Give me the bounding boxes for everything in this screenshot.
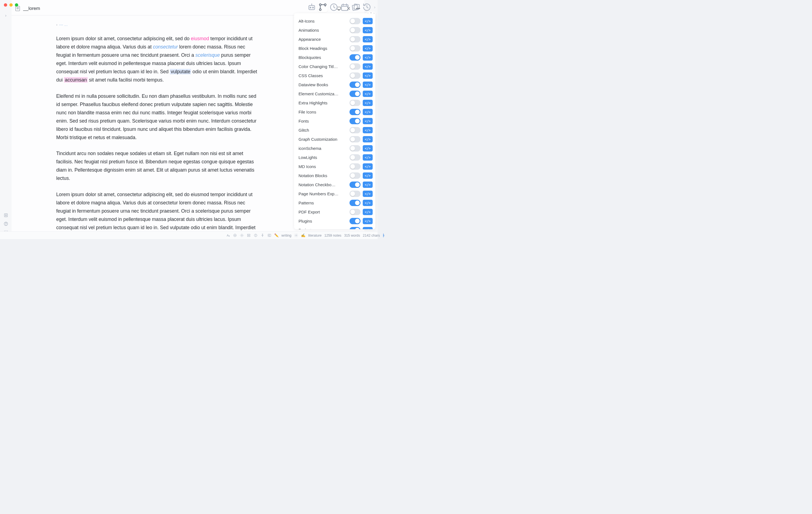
help-icon[interactable] — [4, 221, 8, 226]
snippet-code-button[interactable]: </> — [363, 54, 373, 61]
document-body[interactable]: Lorem ipsum dolor sit amet, consectetur … — [56, 34, 260, 239]
snippet-row: Graph Customization</> — [298, 135, 373, 144]
left-dock: › — [0, 0, 11, 239]
snippet-code-button[interactable]: </> — [363, 27, 373, 33]
status-stack-icon[interactable] — [247, 233, 251, 237]
snippet-code-button[interactable]: </> — [363, 163, 373, 170]
status-gear-icon[interactable] — [294, 233, 298, 237]
status-pause-icon[interactable] — [383, 233, 384, 237]
status-mode[interactable]: writing — [282, 234, 291, 237]
snippet-row: Extra Highlights</> — [298, 98, 373, 108]
tab-calendar-icon[interactable] — [340, 2, 350, 12]
status-layout-icon[interactable] — [267, 233, 271, 237]
tab-title[interactable]: __lorem — [23, 6, 40, 11]
snippet-label: Notation Blocks — [298, 173, 347, 178]
snippet-code-button[interactable]: </> — [363, 36, 373, 42]
snippet-code-button[interactable]: </> — [363, 45, 373, 52]
snippet-code-button[interactable]: </> — [363, 227, 373, 229]
snippet-toggle[interactable] — [349, 191, 360, 197]
snippet-code-button[interactable]: </> — [363, 154, 373, 160]
snippet-label: Fonts — [298, 119, 347, 123]
snippet-toggle[interactable] — [349, 154, 360, 160]
snippet-code-button[interactable]: </> — [363, 173, 373, 179]
snippet-code-button[interactable]: </> — [363, 63, 373, 70]
tab-git-branch-icon[interactable] — [318, 2, 328, 12]
snippet-label: Block Headings — [298, 46, 347, 51]
status-pencil-icon: ✏️ — [274, 233, 279, 237]
snippet-toggle[interactable] — [349, 173, 360, 179]
status-sun-icon[interactable] — [240, 233, 244, 237]
status-theme[interactable]: literature — [308, 234, 322, 237]
svg-point-13 — [310, 7, 311, 8]
paragraph[interactable]: Eleifend mi in nulla posuere sollicitudi… — [56, 92, 260, 142]
maximize-window-button[interactable] — [15, 3, 18, 7]
italic-link[interactable]: consectetur — [153, 44, 178, 50]
snippet-label: Plugins — [298, 219, 347, 223]
paragraph[interactable]: Lorem ipsum dolor sit amet, consectetur … — [56, 34, 260, 84]
vault-icon[interactable] — [4, 213, 8, 218]
snippet-toggle[interactable] — [349, 127, 360, 133]
snippet-toggle[interactable] — [349, 136, 360, 143]
snippet-code-button[interactable]: </> — [363, 109, 373, 115]
snippet-code-button[interactable]: </> — [363, 200, 373, 206]
snippet-code-button[interactable]: </> — [363, 127, 373, 133]
unresolved-link[interactable]: eiusmod — [191, 36, 209, 41]
status-font-icon[interactable] — [226, 233, 230, 237]
tab-clock-icon[interactable] — [329, 2, 339, 12]
collapse-right-sidebar-button[interactable]: › — [374, 5, 375, 9]
svg-rect-19 — [342, 5, 348, 10]
snippet-code-button[interactable]: </> — [363, 191, 373, 197]
snippet-code-button[interactable]: </> — [363, 18, 373, 24]
snippet-toggle[interactable] — [349, 209, 360, 215]
snippet-label: CSS Classes — [298, 73, 347, 78]
snippet-toggle[interactable] — [349, 227, 360, 229]
snippet-toggle[interactable] — [349, 72, 360, 79]
status-add-icon[interactable] — [233, 233, 237, 237]
snippet-code-button[interactable]: </> — [363, 100, 373, 106]
tab-cards-icon[interactable] — [351, 2, 361, 12]
minimize-window-button[interactable] — [9, 3, 13, 7]
snippet-toggle[interactable] — [349, 27, 360, 33]
snippet-code-button[interactable]: </> — [363, 136, 373, 143]
snippet-toggle[interactable] — [349, 145, 360, 151]
status-word-count[interactable]: 315 words — [344, 234, 360, 237]
status-help-icon[interactable] — [254, 233, 258, 237]
snippet-toggle[interactable] — [349, 18, 360, 24]
snippet-toggle[interactable] — [349, 63, 360, 70]
status-notes-count[interactable]: 1259 notes — [324, 234, 342, 237]
snippet-code-button[interactable]: </> — [363, 91, 373, 97]
paragraph[interactable]: Tincidunt arcu non sodales neque sodales… — [56, 149, 260, 182]
snippet-code-button[interactable]: </> — [363, 218, 373, 224]
snippet-code-button[interactable]: </> — [363, 182, 373, 188]
snippet-toggle[interactable] — [349, 118, 360, 124]
snippet-toggle[interactable] — [349, 109, 360, 115]
snippet-toggle[interactable] — [349, 182, 360, 188]
snippet-code-button[interactable]: </> — [363, 82, 373, 88]
status-pin-icon[interactable] — [260, 233, 265, 237]
snippet-row: Projects</> — [298, 225, 373, 229]
internal-link[interactable]: scelerisque — [196, 52, 220, 58]
close-window-button[interactable] — [4, 3, 7, 7]
snippet-toggle[interactable] — [349, 91, 360, 97]
snippet-code-button[interactable]: </> — [363, 145, 373, 151]
snippet-row: Color Changing Titl…</> — [298, 62, 373, 71]
snippet-code-button[interactable]: </> — [363, 118, 373, 124]
snippet-toggle[interactable] — [349, 218, 360, 224]
snippet-label: File Icons — [298, 110, 347, 114]
snippet-toggle[interactable] — [349, 163, 360, 170]
snippet-toggle[interactable] — [349, 82, 360, 88]
snippet-toggle[interactable] — [349, 54, 360, 61]
snippet-toggle[interactable] — [349, 200, 360, 206]
app-window: › __lorem ›--- ... Lorem ipsum dolor sit… — [0, 0, 378, 239]
snippet-toggle[interactable] — [349, 100, 360, 106]
tab-history-icon[interactable] — [362, 2, 372, 12]
snippet-toggle[interactable] — [349, 45, 360, 52]
expand-left-sidebar-button[interactable]: › — [5, 13, 7, 18]
svg-rect-0 — [4, 214, 7, 217]
snippet-toggle[interactable] — [349, 36, 360, 42]
snippet-code-button[interactable]: </> — [363, 72, 373, 79]
status-char-count[interactable]: 2142 chars — [363, 234, 380, 237]
status-writing-hand-icon: ✍️ — [301, 233, 306, 237]
snippet-code-button[interactable]: </> — [363, 209, 373, 215]
tab-robot-icon[interactable] — [307, 2, 317, 12]
